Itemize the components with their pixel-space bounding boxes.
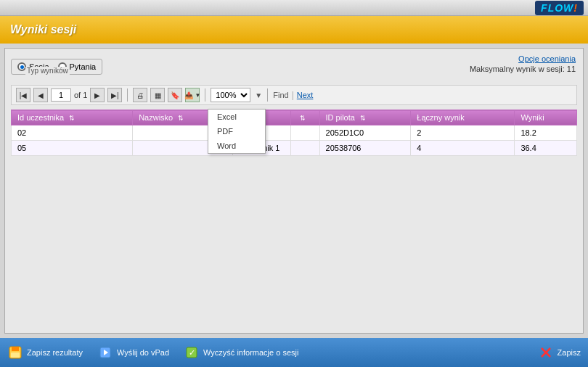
bookmark-icon: 🔖 — [171, 91, 179, 99]
view-button[interactable]: ▦ — [150, 88, 165, 102]
cell-col4-2 — [290, 141, 319, 156]
next-page-button[interactable]: ▶ — [90, 88, 105, 102]
export-pdf[interactable]: PDF — [208, 124, 265, 139]
first-page-button[interactable]: |◀ — [16, 88, 30, 102]
svg-text:✓: ✓ — [189, 348, 195, 357]
table-row: 05 Uczestnik 1 20538706 4 36.4 — [12, 141, 577, 156]
clear-session-button[interactable]: ✓ Wyczyść informacje o sesji — [184, 345, 298, 360]
page-number-input[interactable]: 1 — [51, 88, 71, 102]
send-vpad-icon — [97, 345, 113, 360]
cell-pilot-2: 20538706 — [319, 141, 411, 156]
export-dropdown-arrow: ▼ — [195, 92, 200, 99]
cell-wyniki-1: 18.2 — [515, 125, 577, 141]
main-container: Wyniki sesji Typ wyników Sesja Pytania O… — [0, 16, 588, 338]
content-area: Typ wyników Sesja Pytania Opcje oceniani… — [4, 48, 584, 334]
radio-label-pytania: Pytania — [70, 62, 97, 71]
options-area: Opcje oceniania Maksymalny wynik w sesji… — [470, 54, 576, 73]
col-id-pilota[interactable]: ID pilota ⇅ — [319, 110, 411, 125]
zoom-dropdown-icon: ▼ — [255, 91, 262, 99]
col-laczny-wynik[interactable]: Łączny wynik — [411, 110, 515, 125]
page-of-label: of 1 — [74, 91, 87, 99]
sort-icon-pilot: ⇅ — [360, 115, 366, 122]
sort-icon-4: ⇅ — [300, 115, 306, 122]
view-icon: ▦ — [155, 91, 161, 99]
next-page-icon: ▶ — [94, 91, 100, 99]
cell-laczny-2: 4 — [411, 141, 515, 156]
options-link[interactable]: Opcje oceniania — [470, 54, 576, 63]
find-separator: | — [292, 90, 294, 100]
save-button[interactable]: Zapisz — [538, 345, 581, 360]
separator-2 — [205, 88, 205, 102]
cell-pilot-1: 2052D1C0 — [319, 125, 411, 141]
bottom-toolbar: Zapisz rezultaty Wyślij do vPad ✓ Wyczyś… — [0, 338, 588, 367]
sort-icon-id: ⇅ — [69, 115, 75, 122]
cell-laczny-1: 2 — [411, 125, 515, 141]
svg-rect-1 — [12, 347, 19, 351]
page-title: Wyniki sesji — [10, 23, 76, 36]
bookmark-button[interactable]: 🔖 — [168, 88, 182, 102]
data-table: Id uczestnika ⇅ Nazwisko ⇅ ⇅ ID pilota ⇅ — [11, 110, 577, 156]
clear-session-icon: ✓ — [184, 345, 200, 360]
flow-logo: FLOW! — [535, 1, 584, 15]
export-icon: 📤 — [184, 91, 193, 99]
col-wyniki[interactable]: Wyniki — [515, 110, 577, 125]
save-results-label: Zapisz rezultaty — [27, 348, 83, 357]
print-button[interactable]: 🖨 — [133, 88, 147, 102]
save-results-button[interactable]: Zapisz rezultaty — [7, 345, 83, 360]
type-label: Typ wyników — [25, 67, 70, 75]
col-4[interactable]: ⇅ — [290, 110, 319, 125]
table-row: 02 stnik 2 2052D1C0 2 18.2 — [12, 125, 577, 141]
col-id-uczestnika[interactable]: Id uczestnika ⇅ — [12, 110, 133, 125]
type-selector-wrapper: Typ wyników Sesja Pytania — [11, 59, 102, 81]
svg-rect-2 — [11, 352, 20, 358]
find-label: Find — [273, 91, 288, 99]
save-icon — [538, 345, 554, 360]
prev-page-icon: ◀ — [38, 91, 44, 99]
cell-id-2: 05 — [12, 141, 133, 156]
table-header-row: Id uczestnika ⇅ Nazwisko ⇅ ⇅ ID pilota ⇅ — [12, 110, 577, 125]
print-icon: 🖨 — [136, 91, 144, 99]
separator-1 — [127, 88, 128, 102]
cell-id-1: 02 — [12, 125, 133, 141]
export-word[interactable]: Word — [208, 139, 265, 153]
toolbar: |◀ ◀ 1 of 1 ▶ ▶| 🖨 ▦ 🔖 — [11, 85, 577, 105]
cell-wyniki-2: 36.4 — [515, 141, 577, 156]
send-vpad-label: Wyślij do vPad — [117, 348, 169, 357]
title-bar: FLOW! — [0, 0, 588, 16]
export-excel[interactable]: Excel — [208, 110, 265, 124]
prev-page-button[interactable]: ◀ — [33, 88, 48, 102]
save-results-icon — [7, 345, 23, 360]
cell-col4-1 — [290, 125, 319, 141]
export-button[interactable]: 📤 ▼ — [185, 88, 200, 102]
zoom-select[interactable]: 100% 50% 75% 125% 150% — [211, 88, 250, 102]
next-button[interactable]: Next — [297, 91, 314, 99]
page-header: Wyniki sesji — [0, 16, 588, 44]
last-page-icon: ▶| — [111, 91, 119, 99]
max-score: Maksymalny wynik w sesji: 11 — [470, 65, 576, 73]
send-vpad-button[interactable]: Wyślij do vPad — [97, 345, 169, 360]
export-dropdown: Excel PDF Word — [208, 109, 266, 154]
save-label: Zapisz — [558, 348, 581, 357]
last-page-button[interactable]: ▶| — [107, 88, 122, 102]
clear-session-label: Wyczyść informacje o sesji — [203, 348, 298, 357]
first-page-icon: |◀ — [20, 91, 28, 99]
separator-3 — [267, 88, 268, 102]
sort-icon-nazwisko: ⇅ — [178, 115, 184, 122]
